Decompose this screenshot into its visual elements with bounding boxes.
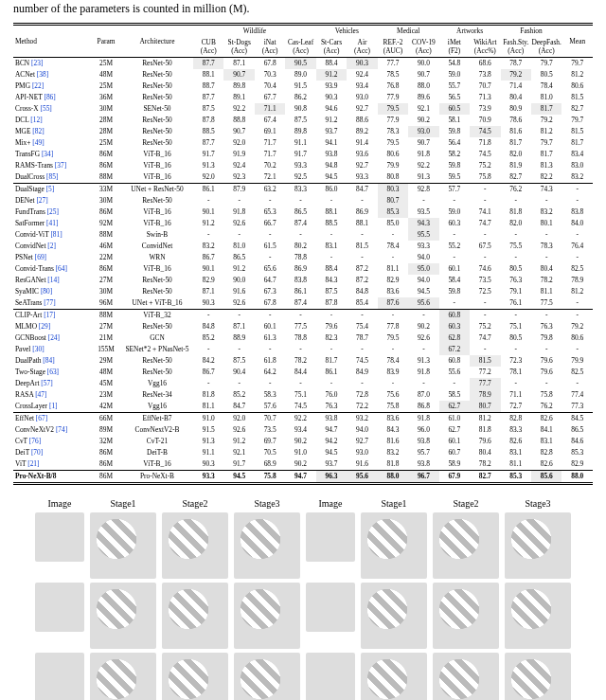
method-cell: Convid-ViT [81] <box>13 229 91 241</box>
table-row: SeATrans [77]96MUNet + ViT-B_1690.392.66… <box>13 297 593 310</box>
table-row: BCN [23]25MResNet-5087.787.167.890.588.4… <box>13 57 593 69</box>
stage-thumbnail <box>306 512 355 562</box>
table-row: DCL [12]28MResNet-5087.888.867.487.591.2… <box>13 115 593 126</box>
table-row: Pro-NeXt-B/8 86MPro-NeXt-B93.394.575.894… <box>13 470 593 483</box>
table-row: DualStage [5]33MUNet + ResNet-5086.187.9… <box>13 183 593 195</box>
method-cell: Cross-X [55] <box>13 103 91 115</box>
table-row: MGE [82]28MResNet-5088.590.769.189.893.7… <box>13 126 593 137</box>
table-row: ViT [21]86MViT-B_1690.391.768.990.293.79… <box>13 458 593 471</box>
stage-thumbnail <box>361 512 427 579</box>
table-row: GCNBoost [24]21MGCN85.288.961.378.882.37… <box>13 332 593 344</box>
table-row: CvT [76]32MCvT-2191.391.269.790.294.292.… <box>13 436 593 447</box>
table-row: EffNet [67]66MEffNet-B791.092.070.792.29… <box>13 412 593 424</box>
grid-header: Stage3 <box>505 498 571 509</box>
method-cell: Two-Stage [63] <box>13 367 91 378</box>
stage-thumbnail <box>162 512 228 579</box>
table-row: SyaMIC [80]30MResNet-5087.191.667.386.18… <box>13 286 593 297</box>
stage-thumbnail <box>234 512 300 579</box>
results-table: MethodParamArchitectureWildlifeVehiclesM… <box>13 23 593 485</box>
method-cell: MGE [82] <box>13 126 91 137</box>
method-cell: EffNet [67] <box>13 412 91 424</box>
stage-thumbnail <box>433 653 499 700</box>
stage-thumbnail <box>505 653 571 700</box>
grid-header: Stage2 <box>433 498 499 509</box>
table-row: FundTrans [25]86MViT-B_1690.191.865.386.… <box>13 206 593 218</box>
table-row: Mix+ [49]25MResNet-5087.792.071.791.194.… <box>13 137 593 149</box>
table-row: CLIP-Art [17]88MViT-B_32--------60.8---- <box>13 309 593 321</box>
table-row: DualPath [84]29MResNet-5084.287.561.878.… <box>13 355 593 367</box>
method-cell: DualPath [84] <box>13 355 91 367</box>
stage-thumbnail <box>35 583 84 632</box>
table-row: TransFG [34]86MViT-B_1691.791.971.791.79… <box>13 149 593 160</box>
table-row: PMG [22]25MResNet-5088.789.870.491.593.9… <box>13 81 593 92</box>
group-medical: Medical <box>378 24 439 37</box>
method-cell: ConvNeXtV2 [74] <box>13 424 91 436</box>
table-row: SatFormer [41]92MViT-B_1691.292.666.787.… <box>13 218 593 229</box>
group-wildlife: Wildlife <box>193 24 316 37</box>
stage-thumbnail <box>90 583 156 649</box>
stage-thumbnail <box>35 653 84 700</box>
table-row: ConvidNet [2]46MConvidNet83.281.061.580.… <box>13 241 593 252</box>
grid-header: Image <box>306 498 355 509</box>
table-row: DeepArt [57]45MVgg16---------77.7--- <box>13 378 593 389</box>
stage-thumbnail <box>162 653 228 700</box>
stage-thumbnail <box>234 583 300 649</box>
stage-thumbnail <box>306 653 355 700</box>
method-cell: DeepArt [57] <box>13 378 91 389</box>
grid-header: Stage1 <box>90 498 156 509</box>
method-cell: RASA [47] <box>13 389 91 401</box>
stage-thumbnail <box>361 653 427 700</box>
table-row: ResGANet [14]27MResNet-5082.990.064.783.… <box>13 275 593 286</box>
table-row: RAMS-Trans [37]86MViT-B_1691.392.470.293… <box>13 160 593 171</box>
method-cell: ConvidNet [2] <box>13 241 91 252</box>
stage-thumbnail <box>234 653 300 700</box>
stage-thumbnail <box>35 512 84 562</box>
stage-thumbnail <box>306 583 355 632</box>
table-row: ACNet [38]48MResNet-5088.190.770.389.091… <box>13 69 593 81</box>
group-vehicles: Vehicles <box>316 24 378 37</box>
method-cell: SeATrans [77] <box>13 297 91 310</box>
table-row: Cross-X [55]30MSENet-5087.592.271.190.89… <box>13 103 593 115</box>
method-cell: ResGANet [14] <box>13 275 91 286</box>
table-row: MLMO [29]27MResNet-5084.887.160.177.579.… <box>13 321 593 332</box>
table-row: DENet [27]30MResNet-50------80.7------ <box>13 195 593 206</box>
stage-thumbnail <box>361 583 427 649</box>
stage-visualization-grid: ImageStage1Stage2Stage3ImageStage1Stage2… <box>13 498 593 700</box>
method-cell: DENet [27] <box>13 195 91 206</box>
table-row: Convid-ViT [81]88MSwin-B-------95.5----- <box>13 229 593 241</box>
method-cell: ViT [21] <box>13 458 91 471</box>
table-row: RASA [47]23MResNet-3481.885.258.375.176.… <box>13 389 593 401</box>
stage-thumbnail <box>90 653 156 700</box>
stage-thumbnail <box>505 583 571 649</box>
method-cell: TransFG [34] <box>13 149 91 160</box>
method-cell: DeiT [70] <box>13 447 91 458</box>
method-cell: CLIP-Art [17] <box>13 309 91 321</box>
method-cell: SatFormer [41] <box>13 218 91 229</box>
table-row: CrossLayer [1]42MVgg1681.184.757.674.576… <box>13 401 593 413</box>
method-cell: RAMS-Trans [37] <box>13 160 91 171</box>
method-cell: BCN [23] <box>13 57 91 69</box>
table-row: Pavel [30]155MSENet*2 + PNasNet-5-------… <box>13 344 593 355</box>
group-artworks: Artworks <box>439 24 501 37</box>
stage-thumbnail <box>162 583 228 649</box>
method-cell: Convid-Trans [64] <box>13 263 91 275</box>
grid-header: Stage3 <box>234 498 300 509</box>
method-cell: API-NET [86] <box>13 92 91 103</box>
caption-fragment: number of the parameters is counted in m… <box>13 2 593 17</box>
method-cell: FundTrans [25] <box>13 206 91 218</box>
method-cell: Pavel [30] <box>13 344 91 355</box>
table-row: DualCross [85]88MViT-B_1692.092.372.192.… <box>13 171 593 184</box>
method-cell: CvT [76] <box>13 436 91 447</box>
table-row: Convid-Trans [64]86MViT-B_1690.191.265.6… <box>13 263 593 275</box>
method-cell: Pro-NeXt-B/8 <box>13 470 91 483</box>
grid-header: Stage1 <box>361 498 427 509</box>
group-fashion: Fashion <box>501 24 562 37</box>
table-row: API-NET [86]36MResNet-5087.789.167.786.2… <box>13 92 593 103</box>
method-cell: Mix+ [49] <box>13 137 91 149</box>
method-cell: GCNBoost [24] <box>13 332 91 344</box>
table-row: DeiT [70]86MDeiT-B91.192.170.591.094.593… <box>13 447 593 458</box>
stage-thumbnail <box>433 512 499 579</box>
method-cell: DualCross [85] <box>13 171 91 184</box>
grid-header: Image <box>35 498 84 509</box>
table-row: PSNet [69]22MWRN86.786.5-78.8---94.0----… <box>13 252 593 263</box>
